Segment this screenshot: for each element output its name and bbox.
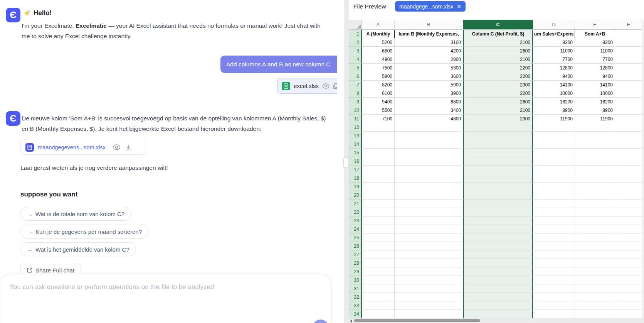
suggestion-average-column-c[interactable]: → Wat is het gemiddelde van kolom C?: [20, 242, 136, 256]
cell[interactable]: [575, 183, 615, 191]
cell[interactable]: [362, 276, 395, 284]
cell[interactable]: [533, 191, 575, 200]
cell[interactable]: [395, 183, 463, 191]
cell[interactable]: 9400: [533, 72, 575, 81]
cell[interactable]: [615, 183, 642, 191]
cell[interactable]: [533, 259, 575, 267]
cell[interactable]: 2100: [463, 106, 533, 115]
suggestion-sort-by-month[interactable]: → Kun je de gegevens per maand sorteren?: [20, 225, 148, 238]
cell[interactable]: 2600: [463, 47, 533, 55]
cell[interactable]: [463, 259, 533, 267]
cell[interactable]: 2100: [463, 38, 533, 47]
cell[interactable]: [575, 200, 615, 208]
cell[interactable]: [533, 242, 575, 250]
cell[interactable]: [463, 200, 533, 208]
cell[interactable]: 6800: [362, 47, 395, 55]
cell[interactable]: [362, 250, 395, 259]
cell[interactable]: [575, 191, 615, 200]
cell[interactable]: 8300: [533, 38, 575, 47]
preview-eye-icon[interactable]: [113, 144, 121, 150]
cell[interactable]: 3900: [395, 89, 463, 98]
cell[interactable]: [463, 250, 533, 259]
cell[interactable]: [362, 216, 395, 225]
cell[interactable]: [395, 242, 463, 250]
cell[interactable]: [615, 276, 642, 284]
column-header-f[interactable]: F: [615, 20, 642, 30]
cell[interactable]: [615, 98, 642, 106]
row-number[interactable]: 2: [349, 38, 362, 47]
cell[interactable]: 9400: [362, 98, 395, 106]
column-header-d[interactable]: D: [533, 20, 575, 30]
cell[interactable]: 4800: [395, 115, 463, 123]
row-number[interactable]: 13: [349, 132, 362, 140]
header-cell[interactable]: [615, 30, 642, 38]
cell[interactable]: [362, 183, 395, 191]
cell[interactable]: [463, 208, 533, 216]
cell[interactable]: [615, 284, 642, 293]
cell[interactable]: [395, 276, 463, 284]
cell[interactable]: 8200: [362, 81, 395, 89]
row-number[interactable]: 10: [349, 106, 362, 115]
cell[interactable]: [533, 123, 575, 132]
cell[interactable]: [395, 216, 463, 225]
cell[interactable]: [575, 242, 615, 250]
vertical-scrollbar-track[interactable]: [642, 20, 644, 318]
row-number[interactable]: 3: [349, 47, 362, 55]
cell[interactable]: [615, 191, 642, 200]
cell[interactable]: 2300: [463, 81, 533, 89]
cell[interactable]: 16200: [575, 98, 615, 106]
column-header-a[interactable]: A: [362, 20, 395, 30]
cell[interactable]: [575, 301, 615, 310]
cell[interactable]: [533, 284, 575, 293]
cell[interactable]: [615, 157, 642, 166]
cell[interactable]: [362, 259, 395, 267]
row-number[interactable]: 30: [349, 276, 362, 284]
cell[interactable]: [615, 267, 642, 276]
column-header-e[interactable]: E: [575, 20, 615, 30]
horizontal-scrollbar[interactable]: [349, 318, 644, 323]
cell[interactable]: [463, 242, 533, 250]
cell[interactable]: [533, 301, 575, 310]
cell[interactable]: 2200: [463, 72, 533, 81]
cell[interactable]: 4900: [362, 55, 395, 64]
row-number[interactable]: 26: [349, 242, 362, 250]
horizontal-scrollbar-thumb[interactable]: [354, 319, 480, 322]
cell[interactable]: [533, 200, 575, 208]
cell[interactable]: [575, 250, 615, 259]
cell[interactable]: 8900: [533, 106, 575, 115]
cell[interactable]: 16200: [533, 98, 575, 106]
cell[interactable]: [533, 208, 575, 216]
row-number[interactable]: 12: [349, 123, 362, 132]
cell[interactable]: [615, 259, 642, 267]
cell[interactable]: 10000: [575, 89, 615, 98]
header-cell[interactable]: Som A+B: [575, 30, 615, 38]
cell[interactable]: [575, 149, 615, 157]
cell[interactable]: 7700: [575, 55, 615, 64]
cell[interactable]: 12800: [533, 64, 575, 72]
cell[interactable]: 7500: [362, 64, 395, 72]
cell[interactable]: [463, 132, 533, 140]
cell[interactable]: [463, 191, 533, 200]
row-number[interactable]: 8: [349, 89, 362, 98]
cell[interactable]: [575, 132, 615, 140]
cell[interactable]: 3600: [395, 72, 463, 81]
cell[interactable]: [575, 208, 615, 216]
select-all-corner[interactable]: [349, 20, 362, 30]
cell[interactable]: 2100: [463, 55, 533, 64]
cell[interactable]: [533, 149, 575, 157]
cell[interactable]: [575, 293, 615, 301]
cell[interactable]: [395, 166, 463, 174]
scroll-left-arrow-icon[interactable]: [350, 320, 352, 323]
cell[interactable]: 9400: [575, 72, 615, 81]
cell[interactable]: [533, 310, 575, 318]
cell[interactable]: 6800: [395, 98, 463, 106]
uploaded-file-chip[interactable]: excel.xlsx: [277, 78, 337, 94]
cell[interactable]: [395, 149, 463, 157]
cell[interactable]: 3400: [395, 106, 463, 115]
row-number[interactable]: 27: [349, 250, 362, 259]
cell[interactable]: [615, 174, 642, 183]
cell[interactable]: [575, 259, 615, 267]
cell[interactable]: 12800: [575, 64, 615, 72]
row-number[interactable]: 23: [349, 216, 362, 225]
row-number[interactable]: 34: [349, 310, 362, 318]
